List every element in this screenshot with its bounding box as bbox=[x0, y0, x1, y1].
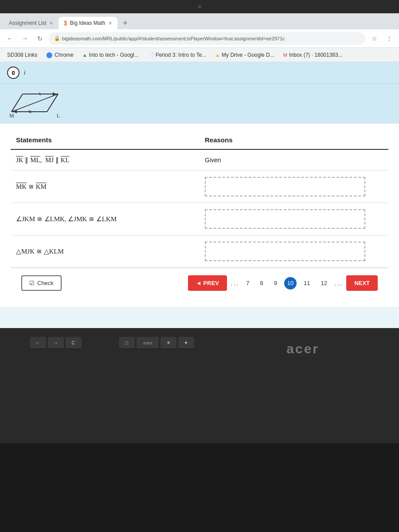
page-11[interactable]: 11 bbox=[300, 277, 313, 289]
statement-2: MK ≅ KM bbox=[11, 171, 200, 203]
bookmark-my-drive[interactable]: ▲ My Drive - Google D... bbox=[211, 51, 278, 59]
svg-line-6 bbox=[30, 110, 31, 113]
svg-text:M: M bbox=[9, 113, 14, 118]
tab-bar: Assignment List ✕ $ Big Ideas Math ✕ + bbox=[0, 13, 399, 29]
page-content: 0 i bbox=[0, 62, 399, 328]
prev-arrow-icon: ◄ bbox=[196, 280, 202, 286]
lock-icon: 🔒 bbox=[54, 35, 60, 41]
bookmark-into-tech[interactable]: ▲ Into to tech - Googl... bbox=[79, 51, 142, 59]
bookmark-label: SD308 Links bbox=[7, 52, 37, 58]
key-brightness-down[interactable]: ☀ bbox=[160, 337, 176, 349]
dots-right: ... bbox=[334, 279, 343, 287]
statement-3: ∠JKM ≅ ∠LMK, ∠JMK ≅ ∠LKM bbox=[11, 203, 200, 235]
question-header: 0 i bbox=[0, 62, 399, 84]
parallelogram-figure: M L bbox=[7, 87, 78, 118]
tab-close-active-icon[interactable]: ✕ bbox=[108, 20, 112, 26]
prev-button[interactable]: ◄ PREV bbox=[188, 275, 227, 291]
tab-label-active: Big Ideas Math bbox=[70, 20, 106, 26]
bottom-nav: ☑ Check ◄ PREV ... 7 8 9 10 11 12 ... NE… bbox=[11, 268, 388, 298]
tab-close-icon[interactable]: ✕ bbox=[49, 20, 53, 26]
geometry-figure: M L bbox=[0, 84, 399, 124]
page-8[interactable]: 8 bbox=[257, 277, 267, 289]
reason-3-input[interactable] bbox=[205, 209, 365, 229]
address-bar: ← → ↻ 🔒 bigideasmath.com/MRL/public/app/… bbox=[0, 29, 399, 48]
svg-line-7 bbox=[39, 93, 40, 95]
svg-line-3 bbox=[47, 94, 58, 112]
back-button[interactable]: ← bbox=[4, 32, 16, 45]
inbox-icon: M bbox=[283, 52, 287, 58]
url-text: bigideasmath.com/MRL/public/app/#/studen… bbox=[62, 36, 285, 41]
reload-button[interactable]: ↻ bbox=[34, 32, 46, 45]
bookmarks-bar: SD308 Links ⬤ Chrome ▲ Into to tech - Go… bbox=[0, 48, 399, 62]
svg-line-5 bbox=[29, 110, 30, 113]
bookmark-icon[interactable]: ☆ bbox=[368, 32, 380, 45]
key-settings[interactable]: ✦ bbox=[178, 337, 194, 349]
reason-2-input[interactable] bbox=[205, 177, 365, 196]
bookmark-chrome-label: Chrome bbox=[55, 52, 74, 58]
laptop-bezel-top bbox=[0, 0, 399, 13]
acer-logo: acer bbox=[286, 341, 319, 356]
into-tech-icon: ▲ bbox=[82, 52, 87, 58]
table-row: △MJK ≅ △KLM bbox=[11, 235, 388, 268]
reason-3-cell[interactable] bbox=[200, 203, 388, 235]
next-button[interactable]: NEXT bbox=[346, 275, 378, 291]
chrome-icon: ⬤ bbox=[46, 51, 53, 58]
reason-4-cell[interactable] bbox=[200, 235, 388, 268]
key-window[interactable]: □ bbox=[119, 337, 135, 349]
page-7[interactable]: 7 bbox=[243, 277, 253, 289]
svg-line-4 bbox=[12, 94, 58, 112]
key-refresh[interactable]: C bbox=[66, 337, 82, 349]
bookmark-mydrive-label: My Drive - Google D... bbox=[222, 52, 274, 58]
camera bbox=[198, 5, 201, 8]
reason-2-cell[interactable] bbox=[200, 171, 388, 203]
statements-header: Statements bbox=[11, 133, 200, 149]
bookmark-inbox-label: Inbox (7) · 18001383... bbox=[289, 52, 343, 58]
key-multiwindow[interactable]: ▭▭ bbox=[137, 337, 159, 349]
statement-1: JK ∥ ML, MJ ∥ KL bbox=[11, 149, 200, 171]
reason-4-input[interactable] bbox=[205, 242, 365, 261]
big-ideas-favicon: $ bbox=[64, 20, 67, 27]
new-tab-button[interactable]: + bbox=[119, 17, 132, 29]
dots-left: ... bbox=[231, 279, 239, 287]
tab-big-ideas-math[interactable]: $ Big Ideas Math ✕ bbox=[59, 17, 117, 29]
proof-container: Statements Reasons JK ∥ ML, MJ ∥ KL bbox=[0, 124, 399, 307]
url-bar[interactable]: 🔒 bigideasmath.com/MRL/public/app/#/stud… bbox=[49, 32, 365, 45]
page-9[interactable]: 9 bbox=[270, 277, 281, 289]
bookmark-period3-label: Period 3: Intro to Te... bbox=[156, 52, 207, 58]
check-button[interactable]: ☑ Check bbox=[21, 275, 62, 291]
proof-table: Statements Reasons JK ∥ ML, MJ ∥ KL bbox=[11, 133, 388, 268]
key-arrow-right[interactable]: → bbox=[48, 337, 64, 349]
svg-line-1 bbox=[12, 94, 23, 112]
check-icon: ☑ bbox=[29, 280, 35, 286]
bookmark-sd308-links[interactable]: SD308 Links bbox=[4, 51, 41, 59]
bookmark-period3[interactable]: 📄 Period 3: Intro to Te... bbox=[144, 51, 210, 59]
menu-icon[interactable]: ⋮ bbox=[383, 32, 395, 45]
tab-label: Assignment List bbox=[9, 20, 47, 26]
table-row: JK ∥ ML, MJ ∥ KL Given bbox=[11, 149, 388, 171]
bookmark-chrome[interactable]: ⬤ Chrome bbox=[43, 50, 77, 59]
table-row: ∠JKM ≅ ∠LMK, ∠JMK ≅ ∠LKM bbox=[11, 203, 388, 235]
reason-1: Given bbox=[200, 149, 388, 171]
svg-text:L: L bbox=[57, 113, 60, 118]
page-10[interactable]: 10 bbox=[284, 277, 297, 289]
forward-button[interactable]: → bbox=[19, 32, 31, 45]
page-12[interactable]: 12 bbox=[317, 277, 331, 289]
statement-4: △MJK ≅ △KLM bbox=[11, 235, 200, 268]
reasons-header: Reasons bbox=[200, 133, 388, 149]
tab-assignment-list[interactable]: Assignment List ✕ bbox=[4, 17, 59, 29]
bookmark-intotech-label: Into to tech - Googl... bbox=[89, 52, 139, 58]
key-tab[interactable]: ← bbox=[30, 337, 46, 349]
bookmark-inbox[interactable]: M Inbox (7) · 18001383... bbox=[280, 51, 346, 59]
table-row: MK ≅ KM bbox=[11, 171, 388, 203]
my-drive-icon: ▲ bbox=[215, 52, 220, 58]
browser-window: Assignment List ✕ $ Big Ideas Math ✕ + ←… bbox=[0, 13, 399, 328]
info-icon[interactable]: i bbox=[24, 69, 25, 76]
period3-icon: 📄 bbox=[148, 52, 154, 58]
laptop-keyboard-area: acer ← → C □ ▭▭ ☀ ✦ bbox=[0, 328, 399, 443]
question-number: 0 bbox=[7, 66, 20, 79]
